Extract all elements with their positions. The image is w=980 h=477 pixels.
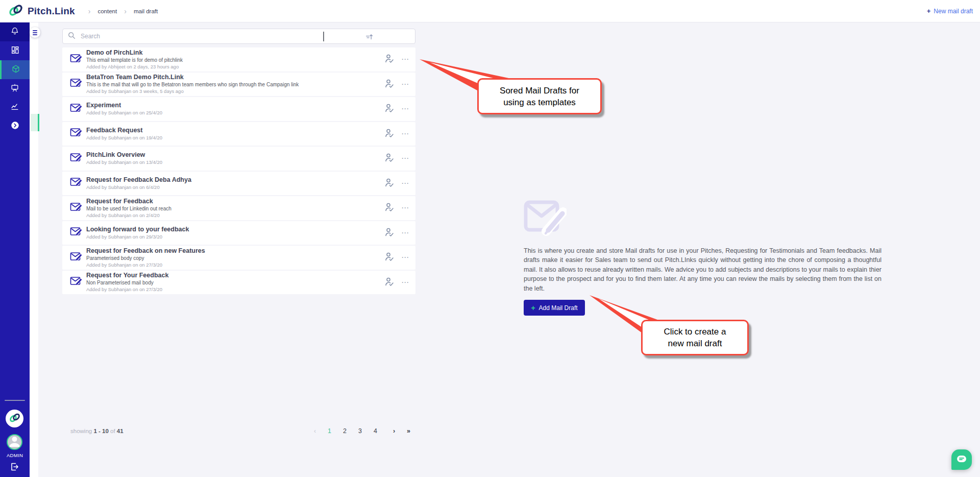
mail-draft-meta: Added by Subhanjan on on 27/3/20 xyxy=(86,263,205,268)
person-icon xyxy=(8,435,21,449)
pitchlink-logo-icon xyxy=(8,4,23,19)
mail-draft-subtitle: This email template is for demo of pitch… xyxy=(86,58,183,63)
sidebar-logo-badge[interactable] xyxy=(6,410,23,427)
list-item[interactable]: Looking forward to your feedback Added b… xyxy=(62,221,415,245)
list-item[interactable]: Feedback Request Added by Subhanjan on o… xyxy=(62,122,415,146)
next-page-button[interactable]: › xyxy=(393,427,395,435)
breadcrumb-content[interactable]: content xyxy=(97,8,117,14)
mail-draft-meta: Added by Abhijeet on 2 days, 23 hours ag… xyxy=(86,64,183,69)
assign-user-button[interactable] xyxy=(384,79,395,89)
assign-user-button[interactable] xyxy=(384,54,395,64)
bell-icon xyxy=(10,27,19,38)
search-icon xyxy=(68,32,76,41)
mail-compose-icon xyxy=(70,152,83,165)
chat-bubble-icon xyxy=(957,455,967,465)
pagination-summary: showing 1 - 10 of 41 xyxy=(70,428,124,434)
more-options-button[interactable]: ⋯ xyxy=(401,181,409,186)
assign-user-button[interactable] xyxy=(384,203,395,213)
more-options-button[interactable]: ⋯ xyxy=(401,57,409,62)
mail-draft-meta: Added by Subhanjan on on 27/3/20 xyxy=(86,287,168,292)
breadcrumb-mail-draft[interactable]: mail draft xyxy=(134,8,158,14)
mail-compose-icon xyxy=(70,251,83,264)
empty-state-panel: This is where you create and store Mail … xyxy=(524,197,881,316)
more-options-button[interactable]: ⋯ xyxy=(401,131,409,136)
more-options-button[interactable]: ⋯ xyxy=(401,230,409,235)
callout-text: Click to create a xyxy=(664,326,726,338)
mail-draft-subtitle: Parameterised body copy xyxy=(86,256,205,261)
assign-user-button[interactable] xyxy=(384,277,395,288)
chat-widget-button[interactable] xyxy=(951,449,972,470)
list-item[interactable]: Request for Your Feedback Non Parameteri… xyxy=(62,271,415,295)
more-options-button[interactable]: ⋯ xyxy=(401,280,409,285)
mail-draft-title: Request for Feedback Deba Adhya xyxy=(86,177,191,183)
list-item[interactable]: Experiment Added by Subhanjan on on 25/4… xyxy=(62,97,415,121)
sidebar-toggle-button[interactable] xyxy=(30,27,40,38)
user-avatar[interactable] xyxy=(7,434,22,450)
assign-user-button[interactable] xyxy=(384,153,395,163)
list-item[interactable]: Request for Feedback Deba Adhya Added by… xyxy=(62,172,415,196)
logout-button[interactable] xyxy=(9,462,20,473)
mail-draft-subtitle: Mail to be used for Linkedin out reach xyxy=(86,206,172,212)
mail-draft-list: Demo of PirchLink This email template is… xyxy=(62,47,415,294)
presentation-easel-icon xyxy=(10,83,19,94)
page-4-button[interactable]: 4 xyxy=(374,427,377,435)
search-input[interactable] xyxy=(80,32,325,40)
callout-stored-mail-drafts: Sored Mail Drafts for using as templates xyxy=(477,78,602,114)
assign-user-button[interactable] xyxy=(384,104,395,114)
more-options-button[interactable]: ⋯ xyxy=(401,82,409,87)
more-options-button[interactable]: ⋯ xyxy=(401,156,409,161)
arrow-circle-icon xyxy=(11,121,19,132)
assign-user-button[interactable] xyxy=(384,228,395,238)
last-page-button[interactable]: » xyxy=(407,427,410,435)
more-options-button[interactable]: ⋯ xyxy=(401,106,409,111)
prev-page-button[interactable]: ‹ xyxy=(314,427,316,435)
rail-scrollbar-thumb[interactable] xyxy=(38,114,39,131)
dashboard-grid-icon xyxy=(10,45,19,57)
list-item[interactable]: Request for Feedback on new Features Par… xyxy=(62,246,415,270)
mail-compose-icon xyxy=(70,276,83,289)
list-item[interactable]: PitchLink Overview Added by Subhanjan on… xyxy=(62,147,415,171)
mail-draft-title: Experiment xyxy=(86,102,162,109)
showing-label: showing xyxy=(70,428,92,434)
more-options-button[interactable]: ⋯ xyxy=(401,205,409,210)
mail-draft-title: Feedback Request xyxy=(86,127,162,134)
page-1-button[interactable]: 1 xyxy=(328,427,331,435)
pagination: showing 1 - 10 of 41 ‹ 1 2 3 4 › » xyxy=(62,427,415,435)
rail-scrollbar-track xyxy=(31,114,38,131)
sidebar: ADMIN xyxy=(0,22,30,477)
page-controls: ‹ 1 2 3 4 › » xyxy=(314,427,410,435)
sidebar-item-pitch[interactable] xyxy=(0,79,30,98)
logout-icon xyxy=(9,465,19,473)
assign-user-button[interactable] xyxy=(384,129,395,139)
sidebar-item-go[interactable] xyxy=(0,117,30,136)
sidebar-item-content[interactable] xyxy=(0,60,30,79)
list-item[interactable]: BetaTron Team Demo Pitch.Link This is th… xyxy=(62,73,415,97)
sidebar-item-dashboard[interactable] xyxy=(0,41,30,60)
page-3-button[interactable]: 3 xyxy=(358,427,362,435)
sort-icon[interactable] xyxy=(365,33,374,43)
more-options-button[interactable]: ⋯ xyxy=(401,255,409,260)
new-mail-draft-link[interactable]: + New mail draft xyxy=(927,7,973,15)
sidebar-item-notifications[interactable] xyxy=(0,22,30,41)
page-2-button[interactable]: 2 xyxy=(343,427,347,435)
mail-draft-meta: Added by Subhanjan on on 2/4/20 xyxy=(86,213,172,218)
search-bar xyxy=(62,29,415,44)
mail-compose-icon xyxy=(70,103,83,115)
line-chart-icon xyxy=(10,102,19,113)
assign-user-button[interactable] xyxy=(384,252,395,263)
sidebar-item-analytics[interactable] xyxy=(0,98,30,117)
add-mail-draft-button[interactable]: + Add Mail Draft xyxy=(524,300,585,316)
mail-draft-meta: Added by Subhanjan on on 25/4/20 xyxy=(86,110,162,115)
mail-draft-title: PitchLink Overview xyxy=(86,152,162,158)
mail-draft-meta: Added by Subhanjan on on 6/4/20 xyxy=(86,185,191,190)
mail-draft-meta: Added by Subhanjan on on 13/4/20 xyxy=(86,160,162,165)
new-mail-draft-label: New mail draft xyxy=(934,8,973,15)
list-item[interactable]: Demo of PirchLink This email template is… xyxy=(62,47,415,71)
mail-draft-meta: Added by Subhanjan on on 19/4/20 xyxy=(86,135,162,140)
top-header: Pitch.Link › content › mail draft + New … xyxy=(0,0,980,22)
mail-draft-title: Request for Feedback xyxy=(86,198,172,205)
app-logo[interactable]: Pitch.Link xyxy=(8,4,75,19)
sidebar-divider xyxy=(5,400,25,401)
assign-user-button[interactable] xyxy=(384,178,395,188)
list-item[interactable]: Request for Feedback Mail to be used for… xyxy=(62,196,415,220)
